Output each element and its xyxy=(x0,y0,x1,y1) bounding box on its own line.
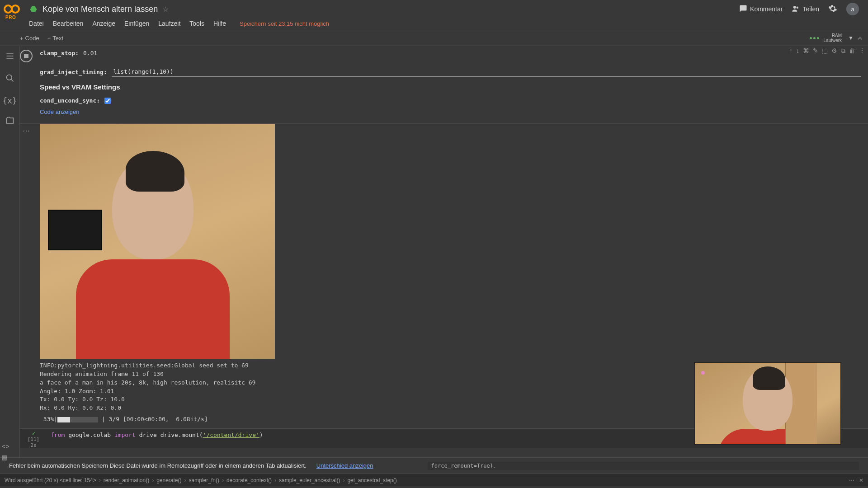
people-icon xyxy=(792,5,800,14)
add-code-button[interactable]: + Code xyxy=(20,35,39,42)
breadcrumb-close-icon[interactable]: ✕ xyxy=(859,477,863,483)
runtime-dropdown[interactable]: ▼ xyxy=(848,35,854,41)
variables-icon[interactable]: {x} xyxy=(2,96,17,105)
svg-marker-2 xyxy=(30,6,37,12)
crumb[interactable]: sample_euler_ancestral() xyxy=(279,477,340,483)
menu-tools[interactable]: Tools xyxy=(189,20,204,27)
menu-datei[interactable]: Datei xyxy=(29,20,44,27)
comment-icon xyxy=(739,5,747,14)
resource-indicator[interactable]: RAM Laufwerk xyxy=(824,33,842,43)
menu-hilfe[interactable]: Hilfe xyxy=(213,20,226,27)
share-button[interactable]: Teilen xyxy=(792,5,819,14)
code-output-fragment: force_remount=True). xyxy=(428,462,859,470)
webcam-pip[interactable] xyxy=(694,362,841,445)
toc-icon[interactable] xyxy=(5,52,14,63)
output-image xyxy=(40,124,275,359)
clamp-stop-row: clamp_stop: 0.01 xyxy=(40,48,861,58)
copy-icon[interactable]: ⧉ xyxy=(841,47,845,55)
breadcrumb-more-icon[interactable]: ⋯ xyxy=(849,477,854,483)
link-icon[interactable]: ⌘ xyxy=(803,47,809,55)
add-text-button[interactable]: + Text xyxy=(47,35,63,42)
grad-inject-input[interactable] xyxy=(112,67,861,76)
cell-exec-count: [11] xyxy=(28,436,40,442)
form-cell: ↑ ↓ ⌘ ✎ ⬚ ⚙ ⧉ 🗑 ⋮ clamp_stop: 0.01 grad_… xyxy=(20,46,868,124)
logo-area: PRO xyxy=(4,4,29,14)
crumb[interactable]: render_animation() xyxy=(104,477,149,483)
star-icon[interactable]: ☆ xyxy=(162,5,169,14)
menu-anzeige[interactable]: Anzeige xyxy=(92,20,115,27)
output-menu-icon[interactable]: ⋯ xyxy=(23,127,30,428)
crumb[interactable]: decorate_context() xyxy=(226,477,272,483)
menubar: Datei Bearbeiten Anzeige Einfügen Laufze… xyxy=(0,18,868,30)
svg-point-1 xyxy=(12,5,19,13)
code-toggle-icon[interactable]: <> xyxy=(2,443,9,450)
files-icon[interactable] xyxy=(5,116,14,127)
plus-icon: + xyxy=(20,35,24,42)
move-down-icon[interactable]: ↓ xyxy=(796,47,799,55)
header-right: Kommentar Teilen a xyxy=(739,3,864,15)
move-up-icon[interactable]: ↑ xyxy=(789,47,793,55)
stop-icon xyxy=(24,54,28,58)
svg-point-5 xyxy=(6,75,12,80)
bottom-sidebar-toggles: <> ▤ xyxy=(2,443,9,461)
notebook-title[interactable]: Kopie von Mensch altern lassen xyxy=(42,5,158,14)
svg-point-0 xyxy=(5,5,12,13)
svg-line-6 xyxy=(11,80,13,82)
autosave-warning-bar: Fehler beim automatischen Speichern Dies… xyxy=(0,457,868,474)
check-icon: ✓ xyxy=(32,431,36,436)
toolbar: + Code + Text RAM Laufwerk ▼ ᨈ xyxy=(0,30,868,46)
gear-icon[interactable]: ⚙ xyxy=(831,47,837,55)
runtime-status-icon[interactable] xyxy=(810,37,819,39)
mirror-icon[interactable]: ⬚ xyxy=(822,47,828,55)
header: PRO Kopie von Mensch altern lassen ☆ Kom… xyxy=(0,0,868,18)
crumb[interactable]: get_ancestral_step() xyxy=(347,477,396,483)
menu-bearbeiten[interactable]: Bearbeiten xyxy=(53,20,84,27)
search-icon[interactable] xyxy=(5,74,14,85)
comment-button[interactable]: Kommentar xyxy=(739,5,783,14)
colab-logo-icon[interactable]: PRO xyxy=(4,4,20,14)
title-area: Kopie von Mensch altern lassen ☆ xyxy=(29,5,169,14)
avatar[interactable]: a xyxy=(846,3,859,15)
warning-text: Fehler beim automatischen Speichern Dies… xyxy=(9,462,307,469)
breadcrumb-prefix: Wird ausgeführt (20 s) <cell line: 154> xyxy=(5,477,96,483)
grad-inject-row: grad_inject_timing: xyxy=(40,66,861,79)
run-cell-button[interactable] xyxy=(20,50,33,62)
show-code-link[interactable]: Code anzeigen xyxy=(40,106,79,120)
crumb[interactable]: sampler_fn() xyxy=(189,477,219,483)
cell-exec-time: 2s xyxy=(30,442,36,448)
execution-breadcrumb: Wird ausgeführt (20 s) <cell line: 154> … xyxy=(0,474,868,486)
crumb[interactable]: generate() xyxy=(156,477,181,483)
more-icon[interactable]: ⋮ xyxy=(859,47,865,55)
show-diff-link[interactable]: Unterschied anzeigen xyxy=(316,462,373,469)
svg-point-4 xyxy=(797,6,799,9)
menu-einfuegen[interactable]: Einfügen xyxy=(124,20,149,27)
terminal-toggle-icon[interactable]: ▤ xyxy=(2,454,9,461)
edit-icon[interactable]: ✎ xyxy=(813,47,818,55)
cond-uncond-row: cond_uncond_sync: xyxy=(40,95,861,106)
drive-file-icon xyxy=(29,5,38,14)
collapse-toolbar-button[interactable]: ᨈ xyxy=(858,35,863,41)
settings-button[interactable] xyxy=(828,4,837,14)
delete-icon[interactable]: 🗑 xyxy=(849,47,855,55)
save-warning: Speichern seit 23:15 nicht möglich xyxy=(240,20,329,27)
plus-icon: + xyxy=(47,35,51,42)
cell-action-toolbar: ↑ ↓ ⌘ ✎ ⬚ ⚙ ⧉ 🗑 ⋮ xyxy=(789,47,865,55)
cond-uncond-checkbox[interactable] xyxy=(104,98,111,104)
section-heading: Speed vs VRAM Settings xyxy=(40,79,861,93)
left-sidebar: {x} xyxy=(0,46,20,457)
menu-laufzeit[interactable]: Laufzeit xyxy=(158,20,180,27)
pro-badge: PRO xyxy=(5,15,16,20)
svg-point-3 xyxy=(793,6,796,9)
